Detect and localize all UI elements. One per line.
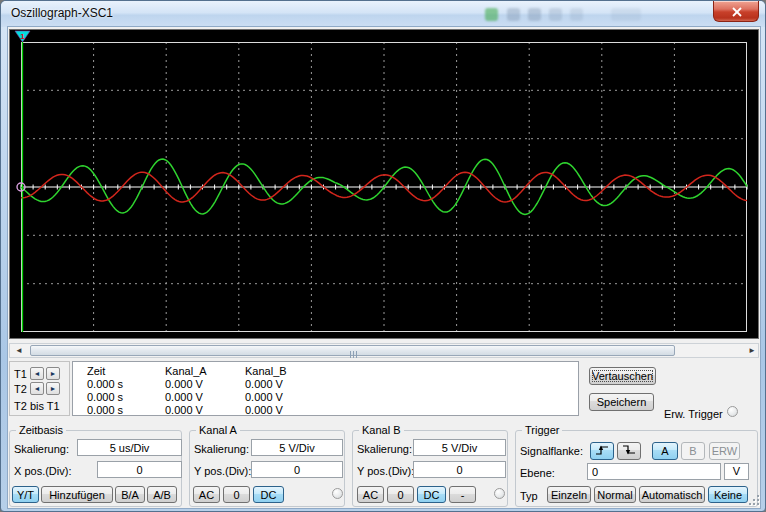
titlebar-ghost-icon [485,8,498,21]
t2t1-cha-value: 0.000 V [165,404,203,416]
channel-b-scale-input[interactable] [413,439,506,456]
t2t1-chb-value: 0.000 V [245,404,283,416]
timebase-ba-button[interactable]: B/A [115,486,145,503]
oscilloscope-window: Oszillograph-XSC1 1 ◄ ► [0,0,766,512]
timebase-xpos-label: X pos.(Div): [14,465,71,478]
channel-a-panel: Kanal A Skalierung: Y pos.(Div): AC 0 DC [189,430,345,507]
trigger-type-label: Typ [520,490,538,503]
trigger-none-button[interactable]: Keine [708,486,748,503]
cursor-1-label: 1 [20,32,25,41]
channel-b-ac-button[interactable]: AC [357,486,384,503]
t2t1-time-value: 0.000 s [87,404,123,416]
channel-b-input-radio[interactable] [494,488,505,499]
titlebar-ghost-icon [570,8,583,21]
ext-trigger-radio[interactable] [727,406,738,417]
timebase-panel: Zeitbasis Skalierung: X pos.(Div): Y/T H… [9,430,182,507]
titlebar-ghost-icon [611,8,641,21]
trigger-level-label: Ebene: [520,467,555,480]
channel-b-minus-button[interactable]: - [449,486,476,503]
trigger-normal-button[interactable]: Normal [594,486,636,503]
channel-a-scale-input[interactable] [251,439,343,456]
channel-a-ypos-input[interactable] [251,461,343,478]
resize-grip[interactable] [749,495,759,505]
timebase-add-button[interactable]: Hinzufügen [41,486,113,503]
channel-b-title: Kanal B [359,424,404,437]
channel-a-zero-button[interactable]: 0 [223,486,250,503]
t1-left-button[interactable]: ◄ [30,367,44,380]
trigger-rising-edge-button[interactable] [590,442,614,460]
falling-edge-icon [621,443,637,457]
timebase-xpos-input[interactable] [97,461,182,478]
swap-button-label: Vertauschen [592,370,653,382]
timebase-scale-label: Skalierung: [14,443,69,456]
close-icon [731,6,743,18]
titlebar-ghost-icon [528,8,541,21]
trigger-source-ext-button[interactable]: ERW [709,442,740,460]
titlebar[interactable]: Oszillograph-XSC1 [1,1,765,27]
ext-trigger-label: Erw. Trigger [664,408,723,421]
trigger-level-input[interactable] [587,463,721,480]
col-header-kanal-a: Kanal_A [165,365,207,377]
channel-b-dc-button[interactable]: DC [417,486,446,503]
save-button-label: Speichern [597,396,647,408]
trigger-panel: Trigger Signalflanke: A B ERW Ebene: V T… [515,430,758,507]
scrollbar-left-arrow-icon[interactable]: ◄ [15,346,23,355]
t1-time-value: 0.000 s [87,378,123,390]
channel-a-dc-button[interactable]: DC [253,486,284,503]
channel-a-input-radio[interactable] [332,488,343,499]
trigger-edge-label: Signalflanke: [520,445,583,458]
client-area: 1 ◄ ► T1 ◄ ► T2 ◄ ► T2 bis T1 Zeit Kanal… [8,27,760,508]
channel-a-ypos-label: Y pos.(Div): [194,465,251,478]
t1-cha-value: 0.000 V [165,378,203,390]
t2-right-button[interactable]: ► [46,382,60,395]
t2-chb-value: 0.000 V [245,391,283,403]
scrollbar-thumb[interactable] [30,345,675,356]
cursor-t2t1-label: T2 bis T1 [14,400,60,413]
channel-b-ypos-input[interactable] [413,461,506,478]
t2-cha-value: 0.000 V [165,391,203,403]
cursor-control-box: T1 ◄ ► T2 ◄ ► T2 bis T1 [9,361,70,416]
trigger-falling-edge-button[interactable] [617,442,641,460]
swap-button[interactable]: Vertauschen [589,367,656,385]
trigger-title: Trigger [522,424,562,437]
channel-a-title: Kanal A [196,424,240,437]
trigger-single-button[interactable]: Einzeln [547,486,591,503]
rising-edge-icon [594,443,610,457]
timebase-scale-input[interactable] [77,439,182,456]
timebase-ab-button[interactable]: A/B [147,486,177,503]
readout-table: Zeit Kanal_A Kanal_B 0.000 s 0.000 V 0.0… [72,361,579,416]
trigger-level-unit[interactable]: V [724,463,749,480]
scope-display: 1 [9,29,759,339]
trigger-auto-button[interactable]: Automatisch [639,486,705,503]
t2-time-value: 0.000 s [87,391,123,403]
col-header-zeit: Zeit [87,365,105,377]
cursor-t2-label: T2 [14,383,27,396]
cursor-t1-label: T1 [14,368,27,381]
scope-plot[interactable]: 1 [10,30,758,338]
channel-a-scale-label: Skalierung: [194,443,249,456]
channel-b-zero-button[interactable]: 0 [387,486,414,503]
trigger-source-b-button[interactable]: B [681,442,705,460]
trigger-source-a-button[interactable]: A [652,442,678,460]
scrollbar-grip-icon [349,347,358,359]
channel-a-ac-button[interactable]: AC [193,486,220,503]
close-button[interactable] [713,1,759,22]
save-button[interactable]: Speichern [589,393,654,411]
t1-chb-value: 0.000 V [245,378,283,390]
scope-hscrollbar: ◄ ► [9,343,759,358]
window-title: Oszillograph-XSC1 [11,6,113,20]
t1-right-button[interactable]: ► [46,367,60,380]
t2-left-button[interactable]: ◄ [30,382,44,395]
titlebar-ghost-icon [549,8,562,21]
timebase-title: Zeitbasis [16,424,66,437]
channel-b-panel: Kanal B Skalierung: Y pos.(Div): AC 0 DC… [352,430,508,507]
channel-b-scale-label: Skalierung: [357,443,412,456]
channel-b-ypos-label: Y pos.(Div): [357,465,414,478]
titlebar-ghost-icon [507,8,520,21]
col-header-kanal-b: Kanal_B [245,365,287,377]
scrollbar-right-arrow-icon[interactable]: ► [748,346,756,355]
timebase-yt-button[interactable]: Y/T [12,486,39,503]
